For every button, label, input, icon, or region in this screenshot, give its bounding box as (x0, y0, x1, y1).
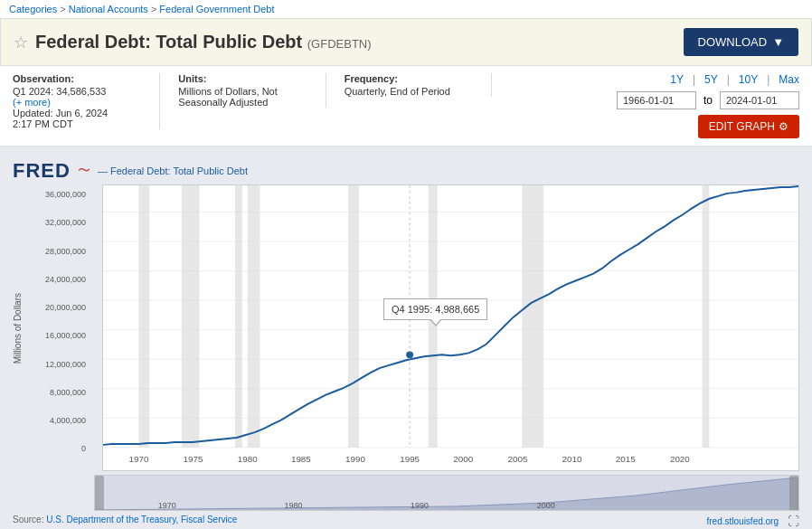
time-10y[interactable]: 10Y (739, 73, 758, 86)
source-link[interactable]: U.S. Department of the Treasury, Fiscal … (46, 515, 237, 524)
svg-rect-12 (182, 185, 200, 448)
source-text: Source: U.S. Department of the Treasury,… (13, 515, 237, 528)
more-link[interactable]: (+ more) (13, 97, 51, 108)
svg-rect-11 (138, 185, 149, 448)
chart-svg-area: 1970 1975 1980 1985 1990 1995 2000 2005 … (102, 184, 799, 471)
chart-with-yaxis: Millions of Dollars 36,000,000 32,000,00… (13, 184, 812, 471)
svg-text:2005: 2005 (507, 454, 527, 464)
svg-text:2020: 2020 (670, 454, 690, 464)
y-axis-label-container: Millions of Dollars (13, 184, 23, 471)
edit-graph-button[interactable]: EDIT GRAPH ⚙ (698, 115, 799, 138)
svg-rect-14 (248, 185, 260, 448)
fullscreen-icon[interactable]: ⛶ (788, 515, 799, 528)
end-date-input[interactable] (720, 91, 799, 109)
svg-text:1990: 1990 (345, 454, 365, 464)
chart-container: FRED 〜 — Federal Debt: Total Public Debt… (0, 146, 812, 529)
fred-url[interactable]: fred.stlouisfed.org (707, 516, 779, 526)
time-range-links: 1Y | 5Y | 10Y | Max (670, 73, 799, 86)
svg-text:1980: 1980 (284, 501, 302, 510)
svg-text:2000: 2000 (453, 454, 473, 464)
time-max[interactable]: Max (779, 73, 799, 86)
svg-rect-1 (103, 185, 798, 470)
mini-chart-row: 1970 1980 1990 2000 (81, 471, 812, 511)
page-title: Federal Debt: Total Public Debt (GFDEBTN… (35, 32, 372, 52)
source-line: Source: U.S. Department of the Treasury,… (0, 511, 812, 529)
title-bar: ☆ Federal Debt: Total Public Debt (GFDEB… (0, 18, 812, 66)
svg-rect-16 (429, 185, 438, 448)
date-range: to (617, 91, 799, 109)
svg-text:1995: 1995 (400, 454, 420, 464)
svg-text:2000: 2000 (537, 501, 555, 510)
controls-section: 1Y | 5Y | 10Y | Max to EDIT GRAPH ⚙ (510, 73, 799, 138)
fred-logo: FRED (13, 159, 71, 183)
svg-rect-13 (235, 185, 242, 448)
mini-chart-svg: 1970 1980 1990 2000 (95, 476, 798, 511)
breadcrumb-federal-debt[interactable]: Federal Government Debt (159, 4, 274, 14)
y-axis-label: Millions of Dollars (13, 293, 23, 364)
svg-rect-17 (522, 185, 543, 448)
svg-text:1990: 1990 (411, 501, 429, 510)
time-1y[interactable]: 1Y (670, 73, 684, 86)
time-5y[interactable]: 5Y (704, 73, 718, 86)
svg-rect-34 (789, 477, 798, 512)
chart-series-label: — Federal Debt: Total Public Debt (98, 165, 248, 176)
download-button[interactable]: DOWNLOAD ▼ (684, 28, 798, 56)
svg-text:1975: 1975 (184, 454, 203, 464)
observation-section: Observation: Q1 2024: 34,586,533 (+ more… (13, 73, 160, 129)
svg-text:2015: 2015 (616, 454, 636, 464)
mini-chart[interactable]: 1970 1980 1990 2000 (94, 475, 799, 511)
y-ticks: 36,000,000 32,000,000 28,000,000 24,000,… (24, 184, 90, 471)
breadcrumb: Categories > National Accounts > Federal… (0, 0, 812, 18)
svg-text:1985: 1985 (291, 454, 311, 464)
svg-text:1970: 1970 (158, 501, 176, 510)
units-section: Units: Millions of Dollars, Not Seasonal… (178, 73, 326, 108)
breadcrumb-national-accounts[interactable]: National Accounts (69, 4, 148, 14)
svg-text:2010: 2010 (562, 454, 582, 464)
chart-svg: 1970 1975 1980 1985 1990 1995 2000 2005 … (103, 185, 798, 470)
svg-rect-18 (703, 185, 710, 448)
svg-rect-15 (348, 185, 359, 448)
chart-header: FRED 〜 — Federal Debt: Total Public Debt (0, 154, 812, 184)
fred-wave-icon: 〜 (78, 163, 90, 179)
series-id: (GFDEBTN) (307, 37, 372, 51)
svg-text:1980: 1980 (238, 454, 258, 464)
start-date-input[interactable] (617, 91, 696, 109)
meta-bar: Observation: Q1 2024: 34,586,533 (+ more… (0, 66, 812, 146)
svg-text:1970: 1970 (128, 454, 148, 464)
frequency-section: Frequency: Quarterly, End of Period (345, 73, 492, 97)
breadcrumb-categories[interactable]: Categories (9, 4, 57, 14)
favorite-icon[interactable]: ☆ (14, 33, 28, 52)
svg-rect-33 (95, 477, 104, 512)
